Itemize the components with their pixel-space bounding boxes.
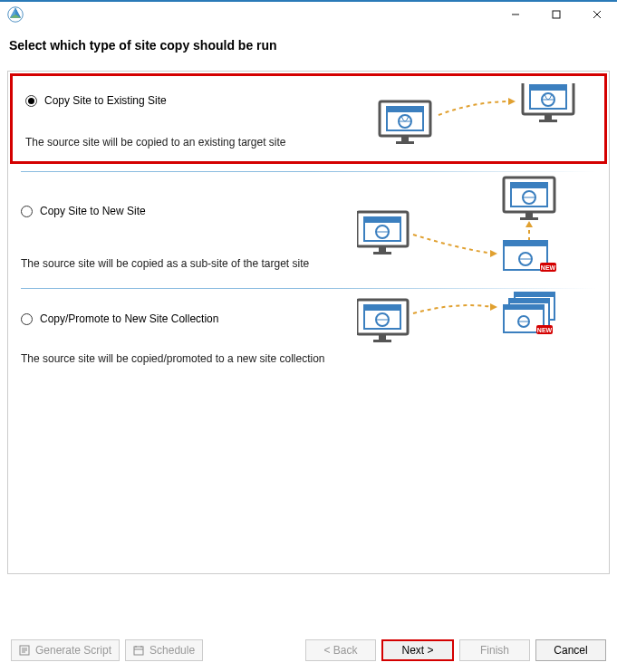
button-label: < Back (323, 644, 357, 657)
svg-rect-14 (530, 85, 566, 91)
svg-rect-50 (509, 299, 549, 303)
button-label: Cancel (554, 644, 587, 657)
radio-copy-existing[interactable] (25, 95, 37, 107)
app-logo-icon (7, 6, 24, 23)
svg-rect-32 (520, 217, 538, 220)
close-button[interactable] (576, 2, 617, 27)
svg-rect-17 (545, 114, 552, 120)
radio-copy-promote-collection[interactable] (21, 313, 33, 325)
calendar-icon (133, 645, 144, 656)
option-label: Copy/Promote to New Site Collection (40, 312, 218, 325)
svg-rect-42 (364, 305, 400, 311)
finish-button[interactable]: Finish (459, 639, 530, 661)
back-button[interactable]: < Back (305, 639, 376, 661)
maximize-button[interactable] (535, 2, 576, 27)
option-label: Copy Site to Existing Site (44, 94, 167, 107)
next-button[interactable]: Next > (381, 639, 454, 661)
option-graphic-new-site: NEW (357, 176, 593, 287)
svg-rect-52 (504, 305, 544, 310)
svg-rect-61 (134, 647, 143, 655)
divider (21, 171, 596, 172)
svg-rect-31 (525, 212, 533, 217)
option-graphic-collection: NEW (357, 291, 593, 357)
schedule-button[interactable]: Schedule (125, 639, 203, 661)
svg-rect-24 (379, 246, 386, 252)
minimize-button[interactable] (495, 2, 535, 27)
option-copy-new-site[interactable]: Copy Site to New Site The source site wi… (8, 174, 609, 283)
svg-rect-46 (373, 340, 391, 342)
option-label: Copy Site to New Site (40, 205, 146, 217)
svg-rect-21 (364, 217, 400, 223)
option-copy-existing[interactable]: Copy Site to Existing Site The source si… (10, 73, 607, 164)
page-title: Select which type of site copy should be… (0, 27, 617, 71)
svg-rect-7 (387, 107, 423, 112)
svg-rect-2 (553, 11, 560, 18)
button-label: Finish (480, 644, 509, 657)
svg-rect-10 (401, 136, 409, 141)
svg-rect-48 (515, 293, 554, 297)
divider (21, 288, 596, 289)
button-label: Schedule (149, 644, 195, 657)
svg-rect-45 (379, 334, 386, 340)
cancel-button[interactable]: Cancel (535, 639, 606, 661)
titlebar (0, 0, 617, 27)
svg-rect-18 (539, 120, 557, 122)
svg-rect-11 (396, 141, 414, 144)
generate-script-button[interactable]: Generate Script (11, 639, 120, 661)
svg-rect-35 (504, 241, 547, 246)
wizard-body: Copy Site to Existing Site The source si… (7, 71, 610, 574)
button-label: Next > (401, 644, 433, 657)
wizard-footer: Generate Script Schedule < Back Next > F… (0, 639, 617, 661)
svg-rect-25 (373, 252, 391, 254)
svg-text:NEW: NEW (537, 327, 553, 333)
svg-text:NEW: NEW (541, 264, 556, 271)
option-copy-promote-collection[interactable]: Copy/Promote to New Site Collection The … (8, 291, 609, 378)
script-icon (19, 645, 30, 656)
svg-rect-28 (511, 183, 547, 188)
option-graphic-existing (371, 83, 588, 158)
button-label: Generate Script (35, 644, 111, 657)
radio-copy-new-site[interactable] (21, 206, 33, 217)
